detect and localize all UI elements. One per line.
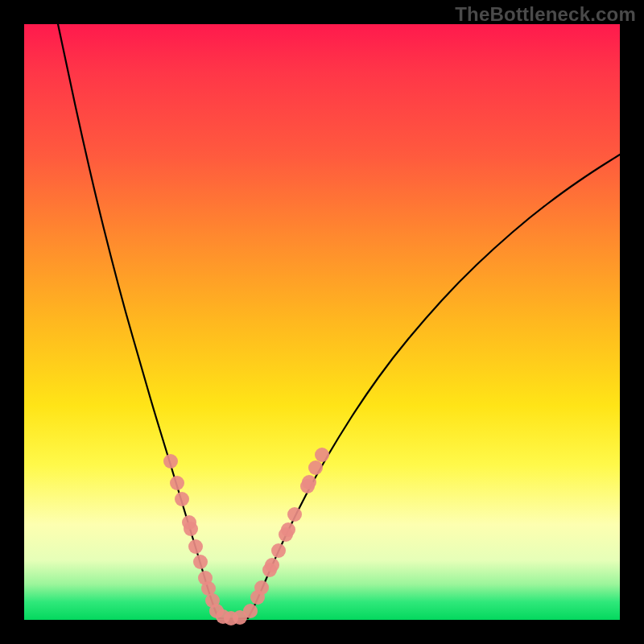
bottleneck-curve [58, 24, 620, 619]
marker-dot [184, 522, 198, 536]
marker-dot [315, 448, 329, 462]
marker-dots [163, 448, 329, 625]
watermark-text: TheBottleneck.com [455, 3, 636, 26]
marker-dot [265, 558, 279, 572]
chart-frame: TheBottleneck.com [0, 0, 644, 644]
marker-dot [287, 507, 302, 522]
marker-dot [271, 543, 286, 558]
marker-dot [170, 476, 184, 490]
marker-dot [175, 492, 189, 506]
marker-dot [193, 555, 208, 569]
marker-dot [302, 475, 316, 489]
marker-dot [163, 454, 178, 469]
plot-area [24, 24, 620, 620]
marker-dot [243, 604, 258, 618]
right-branch-path [248, 155, 620, 618]
marker-dot [254, 580, 269, 595]
marker-dot [188, 539, 203, 554]
marker-dot [308, 460, 323, 475]
curve-svg [24, 24, 620, 620]
marker-dot [281, 522, 295, 537]
